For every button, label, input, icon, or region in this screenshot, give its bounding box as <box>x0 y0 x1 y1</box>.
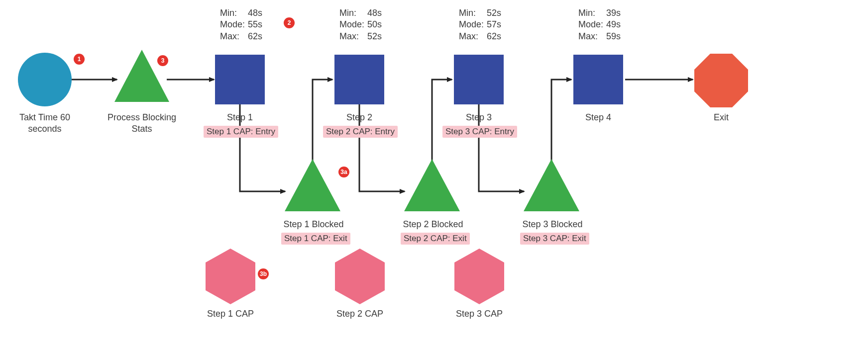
step3-cap-entry-label: Step 3 CAP: Entry <box>442 126 517 138</box>
step2-cap-label: Step 2 CAP <box>327 308 392 320</box>
step1-shape <box>215 55 265 104</box>
step1-cap-label: Step 1 CAP <box>198 308 263 320</box>
badge-3: 3 <box>157 55 168 66</box>
stat-max-label: Max: <box>459 31 487 42</box>
stat-max-label: Max: <box>220 31 248 42</box>
blocking-stats-label: Process Blocking Stats <box>105 112 179 134</box>
svg-rect-8 <box>573 55 623 104</box>
step1-blocked-label: Step 1 Blocked <box>279 219 348 230</box>
step3-cap-exit-label: Step 3 CAP: Exit <box>520 233 589 245</box>
source-shape <box>17 52 72 107</box>
stat-max-val: 59s <box>606 31 624 42</box>
step1-stats: Min:48s Mode:55s Max:62s <box>220 7 265 42</box>
step1-cap-exit-label: Step 1 CAP: Exit <box>281 233 350 245</box>
stat-min-val: 52s <box>487 7 504 19</box>
stat-mode-val: 49s <box>606 19 624 30</box>
stat-mode-label: Mode: <box>459 19 487 30</box>
svg-marker-13 <box>206 249 255 304</box>
svg-marker-14 <box>335 249 385 304</box>
stat-mode-label: Mode: <box>220 19 248 30</box>
svg-marker-9 <box>694 54 748 107</box>
step2-blocked-label: Step 2 Blocked <box>398 219 468 230</box>
step4-stats: Min:39s Mode:49s Max:59s <box>578 7 624 42</box>
svg-rect-5 <box>215 55 265 104</box>
step1-cap-shape <box>206 249 255 304</box>
stat-mode-val: 55s <box>248 19 265 30</box>
stat-mode-label: Mode: <box>578 19 606 30</box>
badge-1: 1 <box>74 54 85 65</box>
step2-cap-entry-label: Step 2 CAP: Entry <box>323 126 398 138</box>
stat-mode-val: 50s <box>367 19 385 30</box>
badge-3a: 3a <box>338 167 349 177</box>
svg-marker-11 <box>404 159 460 211</box>
step1-cap-entry-label: Step 1 CAP: Entry <box>204 126 278 138</box>
stat-max-val: 62s <box>487 31 504 42</box>
stat-min-label: Min: <box>339 7 367 19</box>
step4-shape <box>573 55 623 104</box>
step2-cap-shape <box>335 249 385 304</box>
step2-label: Step 2 <box>334 112 384 123</box>
step3-blocked-label: Step 3 Blocked <box>518 219 587 230</box>
step3-cap-label: Step 3 CAP <box>447 308 512 320</box>
exit-shape <box>694 54 748 107</box>
step2-stats: Min:48s Mode:50s Max:52s <box>339 7 385 42</box>
svg-marker-12 <box>524 159 579 211</box>
step3-cap-shape <box>454 249 504 304</box>
stat-min-val: 48s <box>367 7 385 19</box>
diagram-canvas: Takt Time 60 seconds Process Blocking St… <box>0 0 868 346</box>
step2-shape <box>334 55 384 104</box>
exit-label: Exit <box>694 112 748 123</box>
step4-label: Step 4 <box>573 112 623 123</box>
stat-max-val: 62s <box>248 31 265 42</box>
step3-shape <box>454 55 504 104</box>
stat-min-label: Min: <box>578 7 606 19</box>
stat-mode-label: Mode: <box>339 19 367 30</box>
step1-blocked-shape <box>285 159 340 214</box>
stat-max-label: Max: <box>578 31 606 42</box>
stat-min-label: Min: <box>220 7 248 19</box>
step3-blocked-shape <box>524 159 579 214</box>
svg-rect-7 <box>454 55 504 104</box>
svg-marker-15 <box>454 249 504 304</box>
stat-max-label: Max: <box>339 31 367 42</box>
step2-blocked-shape <box>404 159 460 214</box>
badge-3b: 3b <box>258 268 269 279</box>
svg-point-3 <box>18 53 72 106</box>
source-label: Takt Time 60 seconds <box>10 112 80 134</box>
stat-min-val: 48s <box>248 7 265 19</box>
svg-marker-10 <box>285 159 340 211</box>
stat-max-val: 52s <box>367 31 385 42</box>
badge-2: 2 <box>284 17 295 28</box>
stat-min-label: Min: <box>459 7 487 19</box>
stat-mode-val: 57s <box>487 19 504 30</box>
step3-label: Step 3 <box>454 112 504 123</box>
svg-rect-6 <box>334 55 384 104</box>
step2-cap-exit-label: Step 2 CAP: Exit <box>401 233 470 245</box>
stat-min-val: 39s <box>606 7 624 19</box>
step1-label: Step 1 <box>215 112 265 123</box>
step3-stats: Min:52s Mode:57s Max:62s <box>459 7 504 42</box>
